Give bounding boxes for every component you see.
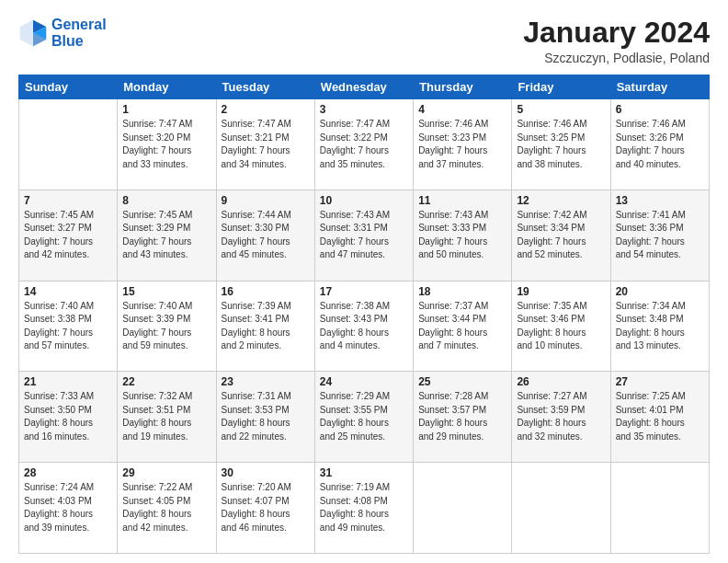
calendar-cell: 16Sunrise: 7:39 AM Sunset: 3:41 PM Dayli… <box>216 281 314 372</box>
calendar-cell: 20Sunrise: 7:34 AM Sunset: 3:48 PM Dayli… <box>610 281 709 372</box>
header: General Blue January 2024 Szczuczyn, Pod… <box>18 17 710 65</box>
day-number: 21 <box>24 375 112 388</box>
day-number: 28 <box>24 466 112 479</box>
day-number: 15 <box>122 285 210 298</box>
calendar-title: January 2024 <box>523 17 710 49</box>
day-info: Sunrise: 7:28 AM Sunset: 3:57 PM Dayligh… <box>418 390 506 443</box>
calendar-cell: 30Sunrise: 7:20 AM Sunset: 4:07 PM Dayli… <box>216 463 314 554</box>
day-number: 4 <box>418 103 506 116</box>
day-info: Sunrise: 7:35 AM Sunset: 3:46 PM Dayligh… <box>517 300 605 353</box>
day-number: 29 <box>122 466 210 479</box>
calendar-cell: 23Sunrise: 7:31 AM Sunset: 3:53 PM Dayli… <box>216 372 314 463</box>
day-number: 6 <box>616 103 704 116</box>
weekday-header-saturday: Saturday <box>610 75 709 99</box>
day-info: Sunrise: 7:37 AM Sunset: 3:44 PM Dayligh… <box>418 300 506 353</box>
day-number: 17 <box>320 285 408 298</box>
logo: General Blue <box>18 17 107 50</box>
day-info: Sunrise: 7:41 AM Sunset: 3:36 PM Dayligh… <box>616 209 704 262</box>
calendar-cell: 14Sunrise: 7:40 AM Sunset: 3:38 PM Dayli… <box>19 281 118 372</box>
day-info: Sunrise: 7:20 AM Sunset: 4:07 PM Dayligh… <box>222 481 310 534</box>
day-info: Sunrise: 7:31 AM Sunset: 3:53 PM Dayligh… <box>222 390 310 443</box>
day-number: 18 <box>418 285 506 298</box>
calendar-subtitle: Szczuczyn, Podlasie, Poland <box>523 51 710 65</box>
day-number: 26 <box>517 375 605 388</box>
day-info: Sunrise: 7:47 AM Sunset: 3:22 PM Dayligh… <box>320 118 408 171</box>
calendar-cell: 13Sunrise: 7:41 AM Sunset: 3:36 PM Dayli… <box>610 190 709 281</box>
day-info: Sunrise: 7:29 AM Sunset: 3:55 PM Dayligh… <box>320 390 408 443</box>
calendar-cell: 31Sunrise: 7:19 AM Sunset: 4:08 PM Dayli… <box>314 463 413 554</box>
calendar-cell <box>19 99 118 190</box>
day-number: 22 <box>122 375 210 388</box>
week-row-1: 7Sunrise: 7:45 AM Sunset: 3:27 PM Daylig… <box>19 190 710 281</box>
day-number: 10 <box>320 194 408 207</box>
weekday-header-row: SundayMondayTuesdayWednesdayThursdayFrid… <box>19 75 710 99</box>
calendar-cell: 26Sunrise: 7:27 AM Sunset: 3:59 PM Dayli… <box>512 372 610 463</box>
day-number: 1 <box>122 103 210 116</box>
day-number: 7 <box>24 194 112 207</box>
day-number: 20 <box>616 285 704 298</box>
day-number: 5 <box>517 103 605 116</box>
calendar-cell: 1Sunrise: 7:47 AM Sunset: 3:20 PM Daylig… <box>118 99 216 190</box>
weekday-header-tuesday: Tuesday <box>216 75 314 99</box>
calendar-cell: 11Sunrise: 7:43 AM Sunset: 3:33 PM Dayli… <box>414 190 512 281</box>
day-number: 3 <box>320 103 408 116</box>
logo-text: General Blue <box>51 17 107 50</box>
weekday-header-wednesday: Wednesday <box>314 75 413 99</box>
calendar-cell: 19Sunrise: 7:35 AM Sunset: 3:46 PM Dayli… <box>512 281 610 372</box>
calendar-cell: 4Sunrise: 7:46 AM Sunset: 3:23 PM Daylig… <box>414 99 512 190</box>
weekday-header-monday: Monday <box>118 75 216 99</box>
day-number: 30 <box>222 466 310 479</box>
weekday-header-friday: Friday <box>512 75 610 99</box>
day-info: Sunrise: 7:22 AM Sunset: 4:05 PM Dayligh… <box>122 481 210 534</box>
day-info: Sunrise: 7:27 AM Sunset: 3:59 PM Dayligh… <box>517 390 605 443</box>
calendar-page: General Blue January 2024 Szczuczyn, Pod… <box>0 0 728 563</box>
day-info: Sunrise: 7:43 AM Sunset: 3:33 PM Dayligh… <box>418 209 506 262</box>
day-info: Sunrise: 7:25 AM Sunset: 4:01 PM Dayligh… <box>616 390 704 443</box>
week-row-4: 28Sunrise: 7:24 AM Sunset: 4:03 PM Dayli… <box>19 463 710 554</box>
day-number: 19 <box>517 285 605 298</box>
day-info: Sunrise: 7:43 AM Sunset: 3:31 PM Dayligh… <box>320 209 408 262</box>
calendar-cell: 25Sunrise: 7:28 AM Sunset: 3:57 PM Dayli… <box>414 372 512 463</box>
calendar-cell: 7Sunrise: 7:45 AM Sunset: 3:27 PM Daylig… <box>19 190 118 281</box>
calendar-cell: 8Sunrise: 7:45 AM Sunset: 3:29 PM Daylig… <box>118 190 216 281</box>
day-info: Sunrise: 7:40 AM Sunset: 3:39 PM Dayligh… <box>122 300 210 353</box>
calendar-cell: 21Sunrise: 7:33 AM Sunset: 3:50 PM Dayli… <box>19 372 118 463</box>
day-info: Sunrise: 7:47 AM Sunset: 3:20 PM Dayligh… <box>122 118 210 171</box>
day-info: Sunrise: 7:24 AM Sunset: 4:03 PM Dayligh… <box>24 481 112 534</box>
calendar-cell: 2Sunrise: 7:47 AM Sunset: 3:21 PM Daylig… <box>216 99 314 190</box>
day-number: 12 <box>517 194 605 207</box>
day-number: 24 <box>320 375 408 388</box>
week-row-3: 21Sunrise: 7:33 AM Sunset: 3:50 PM Dayli… <box>19 372 710 463</box>
weekday-header-sunday: Sunday <box>19 75 118 99</box>
day-number: 27 <box>616 375 704 388</box>
day-info: Sunrise: 7:32 AM Sunset: 3:51 PM Dayligh… <box>122 390 210 443</box>
logo-icon <box>18 18 48 48</box>
calendar-cell: 12Sunrise: 7:42 AM Sunset: 3:34 PM Dayli… <box>512 190 610 281</box>
calendar-table: SundayMondayTuesdayWednesdayThursdayFrid… <box>18 75 710 554</box>
day-info: Sunrise: 7:47 AM Sunset: 3:21 PM Dayligh… <box>222 118 310 171</box>
calendar-cell: 3Sunrise: 7:47 AM Sunset: 3:22 PM Daylig… <box>314 99 413 190</box>
day-number: 8 <box>122 194 210 207</box>
week-row-2: 14Sunrise: 7:40 AM Sunset: 3:38 PM Dayli… <box>19 281 710 372</box>
calendar-cell: 18Sunrise: 7:37 AM Sunset: 3:44 PM Dayli… <box>414 281 512 372</box>
day-number: 14 <box>24 285 112 298</box>
day-info: Sunrise: 7:33 AM Sunset: 3:50 PM Dayligh… <box>24 390 112 443</box>
calendar-cell: 22Sunrise: 7:32 AM Sunset: 3:51 PM Dayli… <box>118 372 216 463</box>
title-area: January 2024 Szczuczyn, Podlasie, Poland <box>523 17 710 65</box>
calendar-cell <box>610 463 709 554</box>
day-info: Sunrise: 7:45 AM Sunset: 3:27 PM Dayligh… <box>24 209 112 262</box>
calendar-cell: 28Sunrise: 7:24 AM Sunset: 4:03 PM Dayli… <box>19 463 118 554</box>
calendar-cell <box>512 463 610 554</box>
calendar-cell <box>414 463 512 554</box>
day-info: Sunrise: 7:39 AM Sunset: 3:41 PM Dayligh… <box>222 300 310 353</box>
week-row-0: 1Sunrise: 7:47 AM Sunset: 3:20 PM Daylig… <box>19 99 710 190</box>
day-number: 13 <box>616 194 704 207</box>
day-info: Sunrise: 7:46 AM Sunset: 3:26 PM Dayligh… <box>616 118 704 171</box>
day-info: Sunrise: 7:42 AM Sunset: 3:34 PM Dayligh… <box>517 209 605 262</box>
calendar-cell: 9Sunrise: 7:44 AM Sunset: 3:30 PM Daylig… <box>216 190 314 281</box>
calendar-cell: 6Sunrise: 7:46 AM Sunset: 3:26 PM Daylig… <box>610 99 709 190</box>
calendar-cell: 27Sunrise: 7:25 AM Sunset: 4:01 PM Dayli… <box>610 372 709 463</box>
day-info: Sunrise: 7:34 AM Sunset: 3:48 PM Dayligh… <box>616 300 704 353</box>
day-info: Sunrise: 7:45 AM Sunset: 3:29 PM Dayligh… <box>122 209 210 262</box>
calendar-cell: 29Sunrise: 7:22 AM Sunset: 4:05 PM Dayli… <box>118 463 216 554</box>
